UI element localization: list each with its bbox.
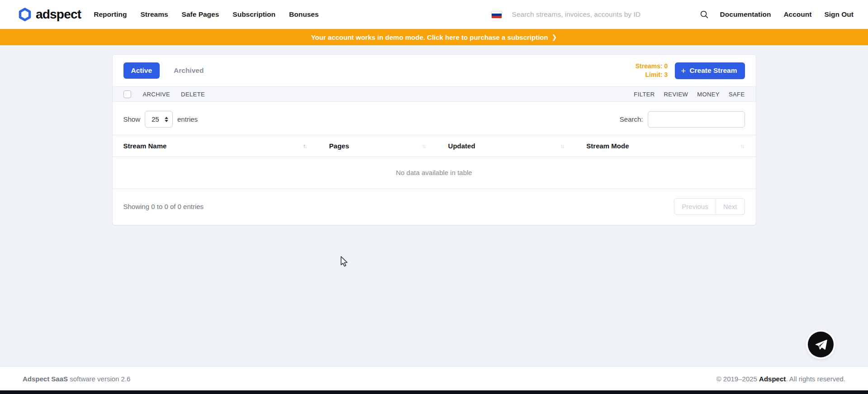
chevron-right-icon: ❯ <box>552 33 557 41</box>
nav-item-safe-pages[interactable]: Safe Pages <box>182 10 219 19</box>
telegram-icon <box>814 338 828 351</box>
column-header-updated[interactable]: Updated ↑↓ <box>437 135 576 157</box>
flag-stripe-red <box>492 16 502 18</box>
page-length-value: 25 <box>152 115 159 123</box>
page-length-control: Show 25 entries <box>123 111 198 128</box>
show-label: Show <box>123 115 141 123</box>
search-button[interactable] <box>697 7 712 22</box>
adspect-logo[interactable]: adspect <box>18 7 81 22</box>
tab-active[interactable]: Active <box>123 62 160 79</box>
nav-item-documentation[interactable]: Documentation <box>720 10 771 19</box>
entries-label: entries <box>177 115 198 123</box>
nav-item-sign-out[interactable]: Sign Out <box>824 10 854 19</box>
global-search-input[interactable] <box>512 10 697 19</box>
pagination: Previous Next <box>674 198 745 215</box>
column-header-stream-name[interactable]: Stream Name ↑↓ <box>113 135 318 157</box>
demo-banner-text: Your account works in demo mode. Click h… <box>311 33 548 41</box>
bottom-dark-strip <box>0 390 868 394</box>
nav-item-subscription[interactable]: Subscription <box>232 10 275 19</box>
table-search-input[interactable] <box>648 111 745 128</box>
page-footer: Adspect SaaS software version 2.6 © 2019… <box>0 366 868 390</box>
streams-count: Streams: 0 <box>636 62 668 71</box>
hexagon-logo-icon <box>18 8 32 21</box>
footer-product-name: Adspect SaaS <box>23 375 68 383</box>
previous-page-button[interactable]: Previous <box>674 198 716 215</box>
toggle-review[interactable]: REVIEW <box>664 91 688 98</box>
tab-archived[interactable]: Archived <box>166 62 211 79</box>
table-header-row: Stream Name ↑↓ Pages ↑↓ Updated ↑↓ Str <box>113 135 756 157</box>
streams-limit: Limit: 3 <box>636 71 668 79</box>
delete-action[interactable]: DELETE <box>181 91 205 98</box>
footer-version-text: Adspect SaaS software version 2.6 <box>23 375 130 383</box>
footer-brand-name: Adspect <box>759 375 786 383</box>
footer-copyright: © 2019–2025 Adspect. All rights reserved… <box>716 375 845 383</box>
language-flag-russian[interactable] <box>491 11 502 19</box>
nav-item-streams[interactable]: Streams <box>140 10 168 19</box>
streams-card-header: Active Archived Streams: 0 Limit: 3 + Cr… <box>113 55 756 86</box>
adspect-app: adspect Reporting Streams Safe Pages Sub… <box>0 0 868 394</box>
next-page-button[interactable]: Next <box>716 198 745 215</box>
telegram-chat-button[interactable] <box>808 332 834 357</box>
page-length-select[interactable]: 25 <box>145 111 173 128</box>
streams-table: Stream Name ↑↓ Pages ↑↓ Updated ↑↓ Str <box>113 135 756 189</box>
table-footer: Showing 0 to 0 of 0 entries Previous Nex… <box>113 189 756 225</box>
empty-table-message: No data available in table <box>113 157 756 189</box>
table-search-label: Search: <box>620 115 643 123</box>
nav-item-account[interactable]: Account <box>783 10 811 19</box>
top-navbar: adspect Reporting Streams Safe Pages Sub… <box>0 0 868 29</box>
select-all-checkbox[interactable] <box>123 90 131 98</box>
select-caret-icon <box>165 117 168 122</box>
empty-row: No data available in table <box>113 157 756 189</box>
search-icon <box>699 9 709 19</box>
table-controls: Show 25 entries Search: <box>113 102 756 135</box>
sort-icon: ↑↓ <box>740 142 745 149</box>
streams-card: Active Archived Streams: 0 Limit: 3 + Cr… <box>112 54 756 225</box>
archive-action[interactable]: ARCHIVE <box>143 91 171 98</box>
nav-item-bonuses[interactable]: Bonuses <box>289 10 318 19</box>
toggle-money[interactable]: MONEY <box>697 91 720 98</box>
sort-icon: ↑↓ <box>422 142 427 149</box>
toggle-safe[interactable]: SAFE <box>729 91 745 98</box>
secondary-nav: Documentation Account Sign Out <box>720 10 854 19</box>
bulk-actions: ARCHIVE DELETE <box>143 91 205 98</box>
bulk-actions-toolbar: ARCHIVE DELETE FILTER REVIEW MONEY SAFE <box>113 86 756 102</box>
primary-nav: Reporting Streams Safe Pages Subscriptio… <box>94 10 318 19</box>
brand-name: adspect <box>36 7 81 22</box>
column-header-stream-mode[interactable]: Stream Mode ↑↓ <box>575 135 755 157</box>
quota-info: Streams: 0 Limit: 3 <box>636 62 668 79</box>
create-stream-button[interactable]: + Create Stream <box>675 62 745 79</box>
sort-icon: ↑↓ <box>560 142 564 149</box>
create-stream-label: Create Stream <box>689 66 737 75</box>
column-header-pages[interactable]: Pages ↑↓ <box>318 135 437 157</box>
nav-item-reporting[interactable]: Reporting <box>94 10 127 19</box>
column-toggles: FILTER REVIEW MONEY SAFE <box>634 91 745 98</box>
main-content: Active Archived Streams: 0 Limit: 3 + Cr… <box>0 45 868 366</box>
demo-mode-banner[interactable]: Your account works in demo mode. Click h… <box>0 29 868 45</box>
table-search-control: Search: <box>620 111 745 128</box>
sort-icon: ↑↓ <box>303 142 308 149</box>
plus-icon: + <box>681 66 686 75</box>
toggle-filter[interactable]: FILTER <box>634 91 655 98</box>
entries-summary: Showing 0 to 0 of 0 entries <box>123 203 204 210</box>
